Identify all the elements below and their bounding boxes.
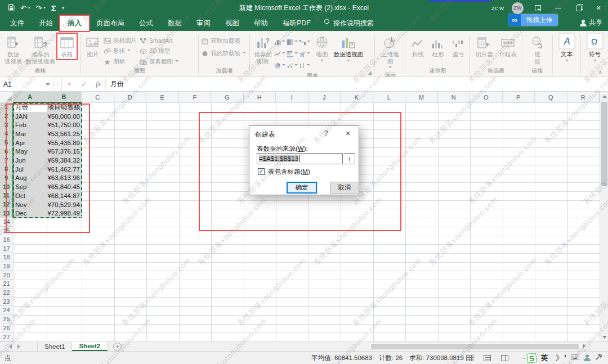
cell[interactable]: ¥70,529.94 <box>47 200 82 209</box>
ok-button[interactable]: 确定 <box>287 182 317 194</box>
collapse-ribbon-icon[interactable]: ∧ <box>598 69 602 75</box>
tab-foxit-pdf[interactable]: 福昕PDF <box>275 16 318 31</box>
undo-dropdown-icon[interactable]: ▾ <box>28 6 30 10</box>
pie-chart-button[interactable] <box>274 60 287 71</box>
column-header[interactable]: F <box>179 92 212 103</box>
collapse-dialog-icon[interactable]: ↑ <box>344 153 355 164</box>
cell[interactable]: Sep <box>14 182 47 191</box>
row-header[interactable]: 9 <box>0 174 14 183</box>
table-button[interactable]: 表格 <box>57 34 77 59</box>
column-header[interactable]: Q <box>535 92 567 103</box>
tab-insert[interactable]: 插入 <box>60 16 89 31</box>
online-pictures-button[interactable]: 联机图片 <box>104 36 138 45</box>
column-header[interactable]: O <box>470 92 503 103</box>
text-menu-button[interactable]: A 文本 <box>557 34 576 64</box>
row-header[interactable]: 17 <box>0 244 14 253</box>
name-box[interactable]: A1 <box>0 77 54 91</box>
row-header[interactable]: 14 <box>0 218 14 227</box>
page-layout-view-icon[interactable] <box>484 355 491 361</box>
cell[interactable]: ¥51,750.00 <box>47 120 82 129</box>
column-header[interactable]: C <box>82 92 114 103</box>
row-header[interactable]: 20 <box>0 271 14 280</box>
ime-fullhalf-moon-icon[interactable]: ☽ <box>553 353 560 362</box>
icons-button[interactable]: 图标 <box>104 57 138 66</box>
line-chart-button[interactable] <box>274 48 287 60</box>
row-header[interactable]: 7 <box>0 156 14 165</box>
ime-toolbox-icon[interactable] <box>595 354 602 362</box>
row-header[interactable]: 27 <box>0 332 14 341</box>
3d-models-button[interactable]: 3D 模型 <box>140 47 179 56</box>
cell[interactable]: ¥72,998.49 <box>47 209 82 218</box>
cell[interactable]: Jun <box>14 156 47 165</box>
cancel-entry-icon[interactable]: × <box>62 77 77 91</box>
row-header[interactable]: 26 <box>0 324 14 333</box>
horizontal-scroll-thumb[interactable] <box>371 344 579 349</box>
formula-bar-handle[interactable]: ⁝ <box>54 77 62 91</box>
cell[interactable]: May <box>14 147 47 156</box>
sogou-ime-icon[interactable]: S <box>526 353 537 363</box>
ime-keyboard-icon[interactable] <box>571 354 579 361</box>
charts-dialog-launcher-icon[interactable] <box>368 71 372 75</box>
row-header[interactable]: 16 <box>0 236 14 245</box>
tab-home[interactable]: 开始 <box>32 16 60 31</box>
cell[interactable]: ¥53,561.25 <box>47 129 82 138</box>
cell[interactable]: Mar <box>14 129 47 138</box>
row-header[interactable]: 11 <box>0 191 14 200</box>
vertical-scrollbar[interactable] <box>600 92 608 341</box>
dialog-help-icon[interactable]: ? <box>321 129 330 137</box>
scroll-up-icon[interactable] <box>600 92 608 100</box>
column-header[interactable]: I <box>276 92 309 103</box>
cell[interactable]: Dec <box>14 209 47 218</box>
share-button[interactable]: 共享 <box>580 18 602 28</box>
cell[interactable]: ¥65,840.45 <box>47 182 82 191</box>
cell[interactable]: ¥63,613.96 <box>47 174 82 183</box>
tab-data[interactable]: 数据 <box>160 16 189 31</box>
row-header[interactable]: 23 <box>0 297 14 306</box>
cell[interactable]: ¥50,000.00 <box>47 112 82 121</box>
smartart-button[interactable]: SmartArt <box>140 36 179 45</box>
tab-view[interactable]: 视图 <box>218 16 247 31</box>
bar-chart-button[interactable] <box>287 48 299 60</box>
ime-language-indicator[interactable]: 英 <box>541 353 548 363</box>
cell[interactable]: Oct <box>14 191 47 200</box>
ribbon-display-options-icon[interactable] <box>531 2 544 14</box>
autosum-icon[interactable]: Σ <box>51 4 56 12</box>
column-header[interactable]: H <box>244 92 276 103</box>
cell[interactable]: ¥59,384.32 <box>47 156 82 165</box>
maps-button[interactable]: 地图 <box>312 34 332 64</box>
recommended-charts-button[interactable]: ? 推荐的 图表 <box>253 34 273 66</box>
get-addins-button[interactable]: 获取加载项 <box>202 37 240 46</box>
row-header[interactable]: 22 <box>0 289 14 298</box>
dialog-close-icon[interactable]: × <box>342 128 354 138</box>
cell[interactable]: 项目销售额 <box>47 103 82 112</box>
scroll-right-icon[interactable] <box>583 344 588 348</box>
customize-qat-icon[interactable]: ▾ <box>62 6 65 11</box>
cell[interactable]: JAN <box>14 112 47 121</box>
tab-formulas[interactable]: 公式 <box>132 16 160 31</box>
cell[interactable]: ¥55,435.89 <box>47 138 82 147</box>
ime-profile-icon[interactable] <box>584 354 591 361</box>
horizontal-scrollbar[interactable] <box>369 343 590 350</box>
cell[interactable]: Jul <box>14 165 47 174</box>
new-sheet-icon[interactable]: + <box>113 343 122 351</box>
column-header[interactable]: P <box>503 92 535 103</box>
column-header[interactable]: N <box>438 92 471 103</box>
column-header[interactable]: J <box>309 92 341 103</box>
zoom-out-icon[interactable]: − <box>522 354 526 362</box>
sheet-tab-sheet1[interactable]: Sheet1 <box>37 342 72 351</box>
column-header[interactable]: G <box>211 92 244 103</box>
row-header[interactable]: 3 <box>0 120 14 129</box>
row-header[interactable]: 12 <box>0 200 14 209</box>
tab-review[interactable]: 审阅 <box>189 16 218 31</box>
column-header[interactable]: D <box>114 92 147 103</box>
row-header[interactable]: 5 <box>0 138 14 147</box>
name-box-dropdown-icon[interactable] <box>46 83 50 88</box>
account-name[interactable]: zc w <box>491 5 504 11</box>
row-header[interactable]: 1 <box>0 103 14 112</box>
redo-dropdown-icon[interactable]: ▾ <box>43 6 46 10</box>
row-header[interactable]: 21 <box>0 280 14 289</box>
waterfall-chart-button[interactable] <box>299 36 311 48</box>
formula-input[interactable]: 月份 <box>106 77 608 91</box>
cell[interactable]: Aug <box>14 174 47 183</box>
column-header[interactable]: L <box>373 92 406 103</box>
